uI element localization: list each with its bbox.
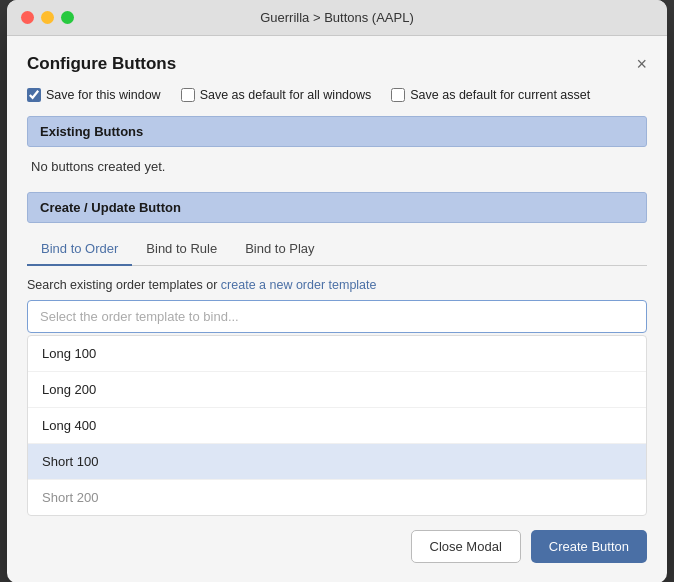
checkbox-save-current-asset-label: Save as default for current asset	[410, 88, 590, 102]
checkbox-save-all-windows[interactable]: Save as default for all windows	[181, 88, 372, 102]
window-controls	[21, 11, 74, 24]
search-description-prefix: Search existing order templates or	[27, 278, 217, 292]
create-update-header: Create / Update Button	[27, 192, 647, 223]
checkboxes-row: Save for this window Save as default for…	[27, 88, 647, 102]
title-bar: Guerrilla > Buttons (AAPL)	[7, 0, 667, 36]
search-description: Search existing order templates or creat…	[27, 278, 647, 292]
list-item[interactable]: Short 200	[28, 480, 646, 515]
checkbox-save-current-asset-input[interactable]	[391, 88, 405, 102]
checkbox-save-all-windows-label: Save as default for all windows	[200, 88, 372, 102]
no-buttons-text: No buttons created yet.	[27, 157, 647, 176]
create-button[interactable]: Create Button	[531, 530, 647, 563]
tab-bind-to-rule[interactable]: Bind to Rule	[132, 233, 231, 266]
modal-header: Configure Buttons ×	[27, 54, 647, 74]
search-input[interactable]	[27, 300, 647, 333]
tab-bind-to-play[interactable]: Bind to Play	[231, 233, 328, 266]
checkbox-save-window-label: Save for this window	[46, 88, 161, 102]
main-window: Guerrilla > Buttons (AAPL) Configure But…	[7, 0, 667, 582]
dropdown-list: Long 100 Long 200 Long 400 Short 100 Sho…	[27, 335, 647, 516]
window-title: Guerrilla > Buttons (AAPL)	[260, 10, 414, 25]
list-item[interactable]: Long 100	[28, 336, 646, 372]
checkbox-save-all-windows-input[interactable]	[181, 88, 195, 102]
modal-content: Configure Buttons × Save for this window…	[7, 36, 667, 583]
window-maximize-button[interactable]	[61, 11, 74, 24]
create-new-order-template-link[interactable]: create a new order template	[221, 278, 377, 292]
list-item-selected[interactable]: Short 100	[28, 444, 646, 480]
list-item[interactable]: Long 400	[28, 408, 646, 444]
window-minimize-button[interactable]	[41, 11, 54, 24]
modal-title: Configure Buttons	[27, 54, 176, 74]
list-item[interactable]: Long 200	[28, 372, 646, 408]
existing-buttons-header: Existing Buttons	[27, 116, 647, 147]
close-modal-button[interactable]: Close Modal	[411, 530, 521, 563]
checkbox-save-window[interactable]: Save for this window	[27, 88, 161, 102]
footer-row: Close Modal Create Button	[27, 530, 647, 563]
modal-close-button[interactable]: ×	[636, 55, 647, 73]
checkbox-save-current-asset[interactable]: Save as default for current asset	[391, 88, 590, 102]
tab-bind-to-order[interactable]: Bind to Order	[27, 233, 132, 266]
window-close-button[interactable]	[21, 11, 34, 24]
tabs-row: Bind to Order Bind to Rule Bind to Play	[27, 233, 647, 266]
checkbox-save-window-input[interactable]	[27, 88, 41, 102]
